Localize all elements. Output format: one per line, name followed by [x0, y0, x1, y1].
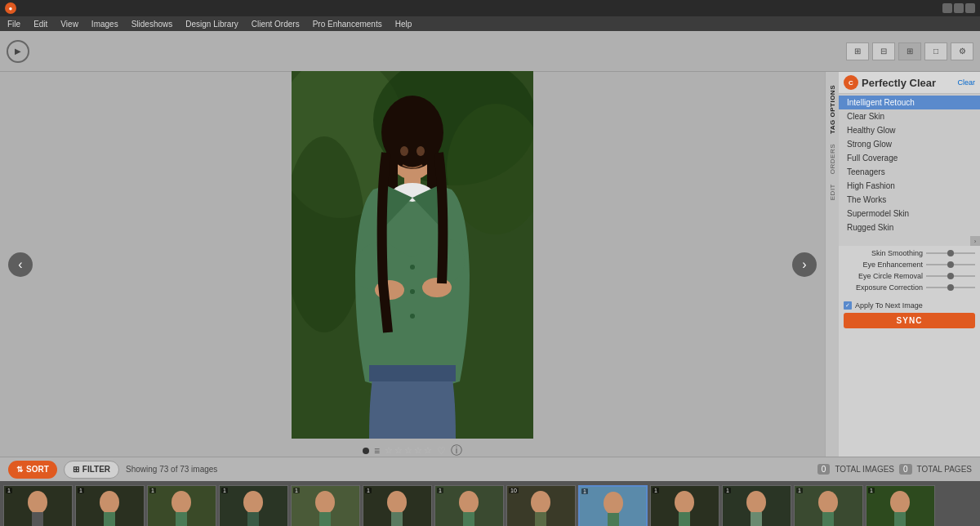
thumb-12[interactable]: 1 ☆☆☆☆☆ ♡ [794, 485, 863, 526]
scroll-dot-active [363, 448, 369, 454]
thumb-8[interactable]: 10 ☆☆☆☆☆ ♡ [506, 485, 576, 526]
filmstrip: 1 ☆☆☆☆☆ ♡ 1 ☆☆☆☆☆ ♡ 1 ☆☆☆☆☆ ♡ 1 [0, 481, 980, 526]
window-controls[interactable] [942, 3, 975, 13]
play-button[interactable]: ▶ [7, 40, 29, 63]
thumb-12-img: 1 [795, 486, 862, 526]
preset-rugged-skin[interactable]: Rugged Skin [839, 221, 980, 234]
sync-button[interactable]: SYNC [844, 313, 975, 328]
skin-smoothing-track[interactable] [926, 252, 975, 254]
presets-list: Intelligent Retouch Clear Skin Healthy G… [839, 94, 980, 236]
preset-high-fashion[interactable]: High Fashion [839, 179, 980, 193]
svg-rect-13 [369, 365, 456, 381]
eye-circle-track[interactable] [926, 275, 975, 277]
image-controls: ≡ ☆ ☆ ☆ ☆ ☆ ♡ ⓘ [363, 444, 462, 458]
thumb-1[interactable]: 1 ☆☆☆☆☆ ♡ [3, 485, 73, 526]
menu-edit[interactable]: Edit [31, 20, 50, 29]
preset-supermodel-skin[interactable]: Supermodel Skin [839, 207, 980, 221]
tab-tag-options[interactable]: TAG OPTIONS [827, 80, 838, 139]
svg-point-12 [422, 278, 452, 297]
menu-slideshows[interactable]: Slideshows [129, 20, 176, 29]
sort-button[interactable]: ⇅ SORT [8, 461, 57, 479]
preset-healthy-glow[interactable]: Healthy Glow [839, 123, 980, 137]
thumb-11[interactable]: 1 ☆☆☆☆☆ ♡ [722, 485, 791, 526]
menu-bar: File Edit View Images Slideshows Design … [0, 16, 980, 31]
thumb-13-img: 1 [866, 486, 934, 526]
eye-enhancement-track[interactable] [926, 264, 975, 265]
eye-circle-thumb[interactable] [947, 273, 954, 279]
menu-design-library[interactable]: Design Library [183, 20, 240, 29]
thumb-5[interactable]: 1 ☆☆☆☆☆ ♡ [291, 485, 360, 526]
star-1[interactable]: ☆ [385, 445, 393, 456]
thumb-3[interactable]: 1 ☆☆☆☆☆ ♡ [147, 485, 216, 526]
view-settings-button[interactable]: ⚙ [951, 42, 973, 60]
thumb-5-badge: 1 [293, 488, 300, 493]
eye-enhancement-row: Eye Enhancement [844, 261, 975, 269]
menu-pro-enhancements[interactable]: Pro Enhancements [310, 20, 385, 29]
preset-teenagers[interactable]: Teenagers [839, 165, 980, 179]
thumb-6[interactable]: 1 ☆☆☆☆☆ ♡ [363, 485, 432, 526]
apply-next-checkbox[interactable]: ✓ [844, 301, 852, 310]
menu-help[interactable]: Help [393, 20, 415, 29]
svg-point-56 [890, 491, 910, 514]
tab-orders[interactable]: ORDERS [827, 139, 838, 179]
prev-image-button[interactable]: ‹ [8, 252, 33, 277]
preset-the-works[interactable]: The Works [839, 193, 980, 207]
preset-strong-glow[interactable]: Strong Glow [839, 137, 980, 151]
skin-smoothing-thumb[interactable] [947, 250, 954, 256]
thumb-9-badge: 1 [581, 488, 588, 494]
star-4[interactable]: ☆ [414, 445, 422, 456]
filter-button[interactable]: ⊞ FILTER [64, 461, 119, 479]
star-5[interactable]: ☆ [424, 445, 432, 456]
preset-intelligent-retouch[interactable]: Intelligent Retouch [839, 96, 980, 109]
total-pages-label: TOTAL PAGES [917, 465, 972, 474]
tab-edit[interactable]: EDIT [827, 179, 838, 205]
image-stars[interactable]: ☆ ☆ ☆ ☆ ☆ [385, 445, 432, 456]
menu-images[interactable]: Images [89, 20, 121, 29]
thumb-6-img: 1 [363, 486, 431, 526]
star-3[interactable]: ☆ [404, 445, 412, 456]
thumb-10[interactable]: 1 ☆☆☆☆☆ ♡ [650, 485, 719, 526]
exposure-track[interactable] [926, 287, 975, 288]
thumb-3-img: 1 [148, 486, 216, 526]
thumb-13[interactable]: 1 ☆☆☆☆☆ ♡ [866, 485, 935, 526]
menu-file[interactable]: File [5, 20, 23, 29]
eye-enhancement-thumb[interactable] [947, 261, 954, 268]
svg-rect-36 [391, 512, 403, 526]
svg-point-41 [531, 491, 550, 514]
apply-row: ✓ Apply To Next Image [839, 298, 980, 313]
preset-clear-skin[interactable]: Clear Skin [839, 109, 980, 123]
panel-tab-strip: TAG OPTIONS ORDERS EDIT [826, 72, 839, 457]
star-2[interactable]: ☆ [394, 445, 403, 456]
view-grid-4-button[interactable]: ⊟ [872, 42, 895, 60]
thumb-2[interactable]: 1 ☆☆☆☆☆ ♡ [75, 485, 145, 526]
svg-rect-48 [679, 512, 690, 526]
presets-collapse-button[interactable]: › [970, 236, 980, 246]
svg-point-16 [410, 314, 415, 319]
view-grid-2-button[interactable]: ⊞ [846, 42, 869, 60]
view-single-button[interactable]: □ [924, 42, 947, 60]
sliders-section: Skin Smoothing Eye Enhancement Eye Circl… [839, 246, 980, 298]
exposure-label: Exposure Correction [844, 283, 923, 292]
filter-label: FILTER [82, 465, 110, 474]
info-circle-icon[interactable]: ⓘ [451, 444, 462, 458]
thumb-4[interactable]: 1 ☆☆☆☆☆ ♡ [219, 485, 288, 526]
next-image-button[interactable]: › [792, 252, 817, 277]
menu-view[interactable]: View [58, 20, 81, 29]
app-logo: ● [5, 2, 16, 14]
close-button[interactable] [965, 3, 975, 13]
thumb-7[interactable]: 1 ☆☆☆☆☆ ♡ [434, 485, 504, 526]
total-images-count: 0 [817, 464, 831, 475]
thumb-9-selected[interactable]: 1 ☆☆☆☆☆ ♡ [578, 485, 648, 526]
preset-full-coverage[interactable]: Full Coverage [839, 151, 980, 165]
thumb-2-badge: 1 [78, 488, 84, 493]
thumb-4-img: 1 [220, 486, 287, 526]
clear-link[interactable]: Clear [957, 78, 975, 87]
menu-client-orders[interactable]: Client Orders [249, 20, 302, 29]
heart-icon[interactable]: ♡ [437, 445, 446, 457]
thumb-11-badge: 1 [724, 488, 731, 493]
exposure-thumb[interactable] [947, 284, 954, 291]
maximize-button[interactable] [954, 3, 964, 13]
svg-rect-54 [822, 512, 834, 526]
minimize-button[interactable] [942, 3, 952, 13]
view-grid-6-button[interactable]: ⊞ [898, 42, 921, 60]
